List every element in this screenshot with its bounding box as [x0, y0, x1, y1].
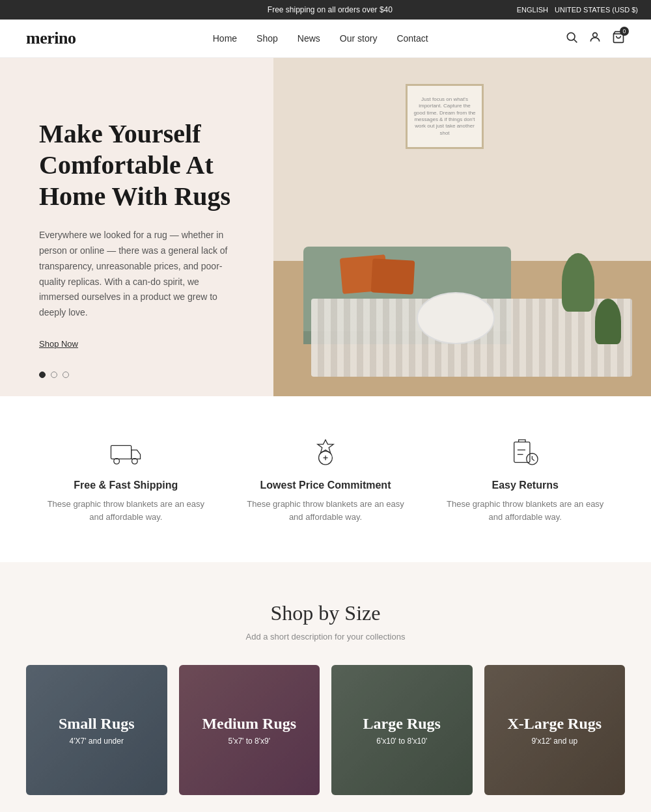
features-section: Free & Fast Shipping These graphic throw… [0, 396, 651, 562]
hero-dots [39, 372, 69, 378]
svg-point-0 [567, 33, 575, 40]
price-icon [309, 435, 342, 469]
hero-headline: Make Yourself Comfortable At Home With R… [39, 118, 241, 212]
region-selector[interactable]: UNITED STATES (USD $) [555, 6, 638, 14]
svg-rect-8 [514, 442, 529, 462]
dot-3[interactable] [62, 372, 69, 378]
feature-shipping: Free & Fast Shipping These graphic throw… [26, 435, 226, 523]
account-icon[interactable] [589, 31, 602, 46]
feature-returns-desc: These graphic throw blankets are an easy… [445, 498, 605, 523]
svg-rect-4 [111, 446, 132, 459]
top-bar-right: ENGLISH UNITED STATES (USD $) [517, 6, 638, 14]
hero-section: Make Yourself Comfortable At Home With R… [0, 58, 651, 396]
cart-icon[interactable]: 0 [612, 31, 625, 46]
hero-image: Just focus on what's important. Capture … [273, 58, 651, 396]
size-card-xlarge[interactable]: X-Large Rugs 9'x12' and up [484, 665, 626, 795]
room-plant2 [595, 299, 621, 344]
top-bar: Free shipping on all orders over $40 ENG… [0, 0, 651, 20]
shop-by-size-section: Shop by Size Add a short description for… [0, 562, 651, 812]
feature-returns: Easy Returns These graphic throw blanket… [425, 435, 625, 523]
size-grid: Small Rugs 4'X7' and under Medium Rugs 5… [26, 665, 625, 795]
returns-icon [508, 435, 542, 469]
promo-text: Free shipping on all orders over $40 [143, 5, 517, 14]
room-table [417, 292, 495, 344]
feature-price-desc: These graphic throw blankets are an easy… [245, 498, 406, 523]
shipping-icon [109, 435, 143, 469]
dot-2[interactable] [51, 372, 57, 378]
dot-1[interactable] [39, 372, 46, 378]
feature-price-title: Lowest Price Commitment [245, 480, 406, 491]
size-card-medium[interactable]: Medium Rugs 5'x7' to 8'x9' [179, 665, 320, 795]
header: merino Home Shop News Our story Contact … [0, 20, 651, 58]
feature-shipping-desc: These graphic throw blankets are an easy… [46, 498, 206, 523]
size-card-large[interactable]: Large Rugs 6'x10' to 8'x10' [331, 665, 473, 795]
language-selector[interactable]: ENGLISH [517, 6, 548, 14]
main-nav: Home Shop News Our story Contact [213, 33, 428, 44]
shop-by-size-subtitle: Add a short description for your collect… [26, 632, 625, 642]
shop-by-size-title: Shop by Size [26, 601, 625, 625]
hero-cta[interactable]: Shop Now [39, 339, 78, 349]
room-plant1 [562, 253, 594, 312]
hero-body: Everywhere we looked for a rug — whether… [39, 228, 241, 321]
feature-price: Lowest Price Commitment These graphic th… [226, 435, 426, 523]
svg-line-1 [574, 40, 577, 43]
nav-contact[interactable]: Contact [396, 33, 428, 44]
hero-text: Make Yourself Comfortable At Home With R… [0, 58, 273, 396]
svg-point-2 [593, 33, 598, 37]
nav-shop[interactable]: Shop [256, 33, 278, 44]
room-cushion2 [370, 258, 415, 294]
cart-count: 0 [620, 27, 629, 36]
nav-our-story[interactable]: Our story [340, 33, 378, 44]
feature-shipping-title: Free & Fast Shipping [46, 480, 206, 491]
nav-news[interactable]: News [298, 33, 320, 44]
header-icons: 0 [565, 31, 625, 46]
feature-returns-title: Easy Returns [445, 480, 605, 491]
room-artwork: Just focus on what's important. Capture … [406, 84, 484, 149]
nav-home[interactable]: Home [213, 33, 237, 44]
search-icon[interactable] [565, 31, 578, 46]
logo[interactable]: merino [26, 29, 76, 48]
size-card-small[interactable]: Small Rugs 4'X7' and under [26, 665, 167, 795]
